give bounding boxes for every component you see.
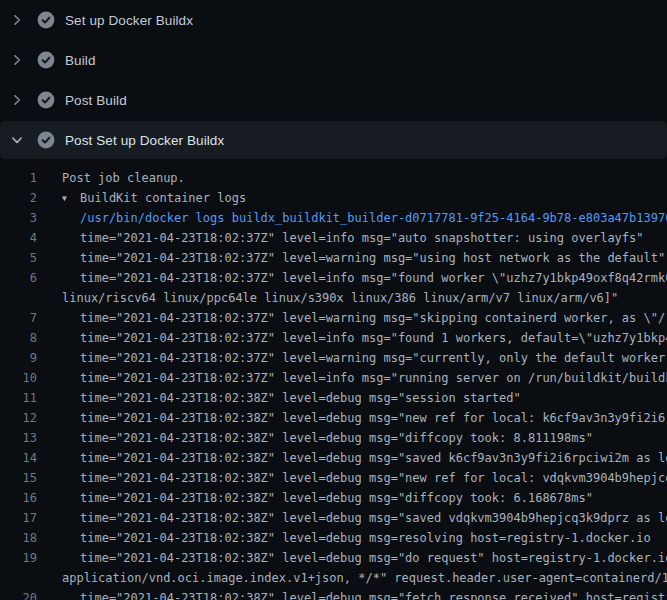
log-text: time="2021-04-23T18:02:38Z" level=debug … [37, 468, 667, 488]
log-text: time="2021-04-23T18:02:38Z" level=debug … [37, 548, 667, 568]
step-header-post-build[interactable]: Post Build [0, 80, 667, 120]
log-line-number[interactable]: 17 [0, 508, 37, 528]
log-line: 16time="2021-04-23T18:02:38Z" level=debu… [0, 488, 667, 508]
steps-list: Set up Docker BuildxBuildPost BuildPost … [0, 0, 667, 159]
check-circle-icon [37, 91, 55, 109]
log-line: 17time="2021-04-23T18:02:38Z" level=debu… [0, 508, 667, 528]
log-line-number[interactable]: 8 [0, 328, 37, 348]
log-line-number[interactable]: 20 [0, 588, 37, 600]
log-text: time="2021-04-23T18:02:38Z" level=debug … [37, 528, 651, 548]
log-line-number[interactable]: 15 [0, 468, 37, 488]
log-line: 14time="2021-04-23T18:02:38Z" level=debu… [0, 448, 667, 468]
log-line-number[interactable]: 2 [0, 188, 37, 208]
log-line: 6time="2021-04-23T18:02:37Z" level=info … [0, 268, 667, 288]
log-line: 2▼BuildKit container logs [0, 188, 667, 208]
log-line: 11time="2021-04-23T18:02:38Z" level=debu… [0, 388, 667, 408]
log-line-number[interactable]: 13 [0, 428, 37, 448]
log-line: 19time="2021-04-23T18:02:38Z" level=debu… [0, 548, 667, 568]
log-text: time="2021-04-23T18:02:37Z" level=info m… [37, 228, 644, 248]
log-group-title[interactable]: BuildKit container logs [80, 191, 246, 205]
step-label: Post Build [65, 93, 127, 108]
log-line-number[interactable]: 5 [0, 248, 37, 268]
log-text: time="2021-04-23T18:02:38Z" level=debug … [37, 488, 593, 508]
log-text: time="2021-04-23T18:02:38Z" level=debug … [37, 428, 593, 448]
log-line: 13time="2021-04-23T18:02:38Z" level=debu… [0, 428, 667, 448]
log-line: 12time="2021-04-23T18:02:38Z" level=debu… [0, 408, 667, 428]
log-line-number[interactable]: 9 [0, 348, 37, 368]
log-line-number[interactable]: 14 [0, 448, 37, 468]
log-text: time="2021-04-23T18:02:38Z" level=debug … [37, 388, 521, 408]
log-line: 8time="2021-04-23T18:02:37Z" level=info … [0, 328, 667, 348]
log-line-number[interactable]: 6 [0, 268, 37, 288]
log-line-number[interactable]: 19 [0, 548, 37, 568]
log-line-number[interactable]: 12 [0, 408, 37, 428]
log-line: 4time="2021-04-23T18:02:37Z" level=info … [0, 228, 667, 248]
log-command-text: /usr/bin/docker logs buildx_buildkit_bui… [37, 208, 667, 228]
chevron-right-icon[interactable] [9, 12, 25, 28]
log-text: time="2021-04-23T18:02:37Z" level=warnin… [37, 348, 667, 368]
step-label: Set up Docker Buildx [65, 13, 193, 28]
chevron-right-icon[interactable] [9, 92, 25, 108]
log-line: 15time="2021-04-23T18:02:38Z" level=debu… [0, 468, 667, 488]
log-line: 9time="2021-04-23T18:02:37Z" level=warni… [0, 348, 667, 368]
log-line-number[interactable]: 16 [0, 488, 37, 508]
log-line-continuation: linux/riscv64 linux/ppc64le linux/s390x … [0, 288, 667, 308]
log-area: 1Post job cleanup.2▼BuildKit container l… [0, 160, 667, 600]
log-line: 1Post job cleanup. [0, 168, 667, 188]
log-line-number[interactable]: 1 [0, 168, 37, 188]
log-line-number[interactable]: 11 [0, 388, 37, 408]
actions-log-viewer: Set up Docker BuildxBuildPost BuildPost … [0, 0, 667, 600]
log-text: time="2021-04-23T18:02:38Z" level=debug … [37, 588, 667, 600]
log-text: time="2021-04-23T18:02:37Z" level=warnin… [37, 308, 667, 328]
log-text: time="2021-04-23T18:02:37Z" level=info m… [37, 368, 667, 388]
log-line-number[interactable]: 4 [0, 228, 37, 248]
log-line: 20time="2021-04-23T18:02:38Z" level=debu… [0, 588, 667, 600]
log-line-number [0, 568, 37, 588]
log-line-number[interactable]: 10 [0, 368, 37, 388]
log-group-header[interactable]: ▼BuildKit container logs [37, 188, 246, 208]
step-header-build[interactable]: Build [0, 40, 667, 80]
log-line: 5time="2021-04-23T18:02:37Z" level=warni… [0, 248, 667, 268]
check-circle-icon [37, 131, 55, 149]
log-text: linux/riscv64 linux/ppc64le linux/s390x … [37, 288, 618, 308]
log-text: time="2021-04-23T18:02:38Z" level=debug … [37, 508, 667, 528]
step-header-post-set-up-docker-buildx[interactable]: Post Set up Docker Buildx [0, 121, 667, 159]
log-text: time="2021-04-23T18:02:38Z" level=debug … [37, 408, 667, 428]
log-text: application/vnd.oci.image.index.v1+json,… [37, 568, 667, 588]
log-line-number[interactable]: 3 [0, 208, 37, 228]
log-text: time="2021-04-23T18:02:38Z" level=debug … [37, 448, 667, 468]
step-label: Post Set up Docker Buildx [65, 133, 224, 148]
log-line: 18time="2021-04-23T18:02:38Z" level=debu… [0, 528, 667, 548]
log-text: time="2021-04-23T18:02:37Z" level=warnin… [37, 248, 665, 268]
log-line: 7time="2021-04-23T18:02:37Z" level=warni… [0, 308, 667, 328]
log-group-collapse-icon[interactable]: ▼ [62, 189, 74, 208]
log-line-number[interactable]: 7 [0, 308, 37, 328]
check-circle-icon [37, 51, 55, 69]
chevron-down-icon[interactable] [9, 132, 25, 148]
log-line: 3/usr/bin/docker logs buildx_buildkit_bu… [0, 208, 667, 228]
step-label: Build [65, 53, 96, 68]
log-line: 10time="2021-04-23T18:02:37Z" level=info… [0, 368, 667, 388]
log-text: time="2021-04-23T18:02:37Z" level=info m… [37, 268, 667, 288]
chevron-right-icon[interactable] [9, 52, 25, 68]
log-line-number[interactable]: 18 [0, 528, 37, 548]
check-circle-icon [37, 11, 55, 29]
step-header-set-up-docker-buildx[interactable]: Set up Docker Buildx [0, 0, 667, 40]
log-text: time="2021-04-23T18:02:37Z" level=info m… [37, 328, 667, 348]
log-line-number [0, 288, 37, 308]
log-text: Post job cleanup. [37, 168, 185, 188]
log-line-continuation: application/vnd.oci.image.index.v1+json,… [0, 568, 667, 588]
